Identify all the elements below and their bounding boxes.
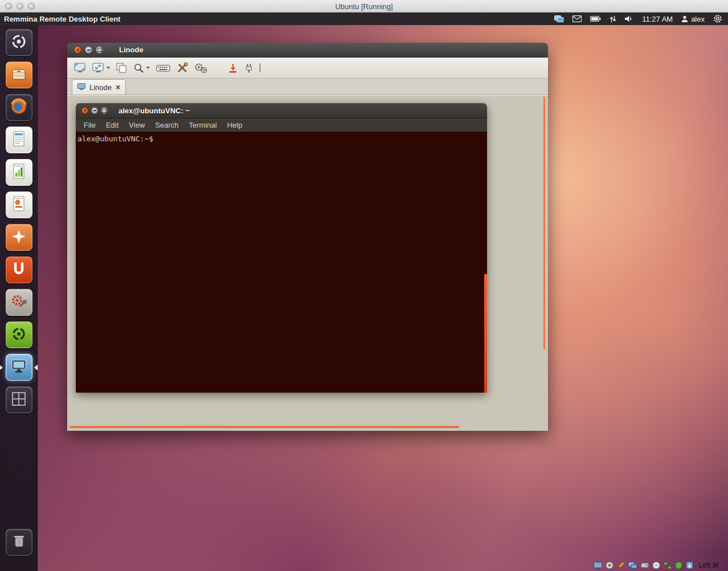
volume-icon[interactable]: [625, 15, 633, 22]
remote-desktop-view[interactable]: alex@ubuntuVNC: ~ File Edit View Search …: [67, 95, 548, 431]
launcher-item-system-settings[interactable]: [0, 289, 38, 316]
scaled-mode-dropdown-caret[interactable]: [107, 67, 110, 69]
terminal-maximize-button[interactable]: [101, 107, 108, 114]
tab-label: Linode: [89, 83, 112, 92]
record-icon[interactable]: [606, 561, 614, 569]
menu-help[interactable]: Help: [222, 121, 248, 129]
remmina-monitors-icon[interactable]: [554, 15, 564, 23]
green-app-icon: [10, 325, 27, 345]
vnc-redraw-artifact-horizontal: [69, 426, 459, 428]
session-gear-icon[interactable]: [713, 14, 722, 23]
vm-window-title: Ubuntu [Running]: [0, 2, 728, 11]
vm-titlebar[interactable]: Ubuntu [Running]: [0, 0, 728, 13]
launcher-item-firefox[interactable]: [0, 94, 38, 121]
launcher-item-libreoffice-calc[interactable]: [0, 159, 38, 186]
dash-home-icon: [10, 33, 27, 52]
trash-icon: [10, 532, 27, 553]
battery-icon[interactable]: [590, 16, 601, 22]
launcher-item-dash-home[interactable]: [0, 29, 38, 56]
vm-minimize-button[interactable]: [17, 3, 23, 10]
launcher-item-libreoffice-writer[interactable]: [0, 127, 38, 153]
virtualbox-vm-screen: Ubuntu [Running] Remmina Remote Desktop …: [0, 0, 728, 571]
launcher-item-trash[interactable]: [0, 529, 38, 556]
vm-close-button[interactable]: [5, 3, 12, 10]
remmina-icon: [10, 358, 28, 377]
terminal-close-button[interactable]: [81, 107, 88, 114]
zoom-dropdown-caret[interactable]: [146, 67, 150, 69]
toolbar-text-cursor: [260, 63, 260, 72]
disconnect-icon[interactable]: [228, 60, 238, 75]
terminal-output-area[interactable]: alex@ubuntuVNC:~$: [76, 132, 487, 393]
scaled-mode-icon[interactable]: [92, 60, 110, 75]
launcher-item-libreoffice-impress[interactable]: [0, 191, 38, 218]
calc-spreadsheet-icon: [10, 162, 27, 183]
launcher-item-ubuntu-one[interactable]: [0, 256, 38, 283]
vm-window-controls: [5, 3, 35, 10]
features-shield-icon[interactable]: [675, 561, 682, 569]
keyboard-icon[interactable]: [156, 60, 170, 75]
remmina-window: Linode: [67, 43, 548, 431]
display-icon[interactable]: [594, 562, 602, 569]
launcher-item-files[interactable]: [0, 62, 38, 88]
plug-icon[interactable]: [244, 60, 253, 75]
launcher-item-workspace-switcher[interactable]: [0, 386, 38, 413]
panel-app-title: Remmina Remote Desktop Client: [4, 15, 120, 23]
tab-close-button[interactable]: ×: [116, 83, 120, 91]
launcher-item-software-center[interactable]: [0, 224, 38, 251]
menu-search[interactable]: Search: [150, 121, 183, 129]
zoom-icon[interactable]: [133, 60, 150, 75]
copy-icon[interactable]: [116, 60, 127, 75]
network-icon[interactable]: [664, 562, 672, 569]
tab-monitor-icon: [77, 83, 85, 92]
launcher-item-green-app[interactable]: [0, 321, 38, 348]
system-settings-icon: [10, 292, 28, 313]
files-folder-icon: [10, 66, 27, 85]
launcher-item-remmina[interactable]: [0, 354, 38, 381]
cd-icon[interactable]: [652, 561, 660, 569]
menu-view[interactable]: View: [124, 121, 150, 129]
terminal-window-title: alex@ubuntuVNC: ~: [118, 107, 190, 115]
writer-document-icon: [10, 130, 27, 150]
harddisk-icon[interactable]: [641, 562, 649, 569]
user-icon: [681, 15, 688, 22]
software-center-icon: [10, 227, 28, 248]
remmina-window-title: Linode: [119, 46, 144, 54]
terminal-minimize-button[interactable]: [91, 107, 98, 114]
fullscreen-icon[interactable]: [74, 60, 86, 75]
panel-indicators: 11:27 AM alex: [554, 14, 728, 23]
remmina-running-pip: [0, 365, 3, 370]
terminal-window: alex@ubuntuVNC: ~ File Edit View Search …: [76, 103, 487, 393]
vnc-redraw-artifact-vertical: [543, 97, 545, 349]
username: alex: [691, 15, 705, 23]
terminal-scroll-artifact: [484, 274, 487, 393]
vbox-statusbar: Left ⌘: [594, 561, 719, 569]
terminal-menubar: File Edit View Search Terminal Help: [76, 119, 487, 132]
menu-file[interactable]: File: [79, 121, 101, 129]
terminal-prompt: alex@ubuntuVNC:~$: [77, 134, 153, 143]
mail-icon[interactable]: [572, 15, 582, 22]
ubuntu-one-icon: [10, 260, 27, 280]
clock[interactable]: 11:27 AM: [642, 15, 673, 23]
edit-pencil-icon[interactable]: [617, 561, 625, 569]
user-menu[interactable]: alex: [681, 15, 705, 23]
ubuntu-top-panel: Remmina Remote Desktop Client 11:27 AM: [0, 13, 728, 25]
workspace-switcher-icon: [10, 390, 27, 410]
tab-linode[interactable]: Linode ×: [72, 79, 126, 95]
sync-arrows-icon[interactable]: [610, 15, 616, 23]
mouse-integration-icon[interactable]: [686, 561, 693, 569]
firefox-icon: [10, 97, 28, 118]
network-monitors-icon[interactable]: [628, 562, 637, 569]
preferences-gears-icon[interactable]: [194, 60, 207, 75]
terminal-titlebar[interactable]: alex@ubuntuVNC: ~: [76, 103, 487, 119]
menu-terminal[interactable]: Terminal: [184, 121, 222, 129]
remmina-toolbar: [67, 58, 548, 79]
tools-icon[interactable]: [177, 60, 188, 75]
remmina-close-button[interactable]: [74, 46, 81, 54]
remmina-focus-arrow: [34, 365, 38, 370]
menu-edit[interactable]: Edit: [101, 121, 124, 129]
vm-zoom-button[interactable]: [28, 3, 35, 10]
remmina-titlebar[interactable]: Linode: [67, 43, 548, 58]
remmina-minimize-button[interactable]: [85, 46, 92, 54]
impress-presentation-icon: [10, 195, 27, 215]
remmina-maximize-button[interactable]: [96, 46, 103, 54]
